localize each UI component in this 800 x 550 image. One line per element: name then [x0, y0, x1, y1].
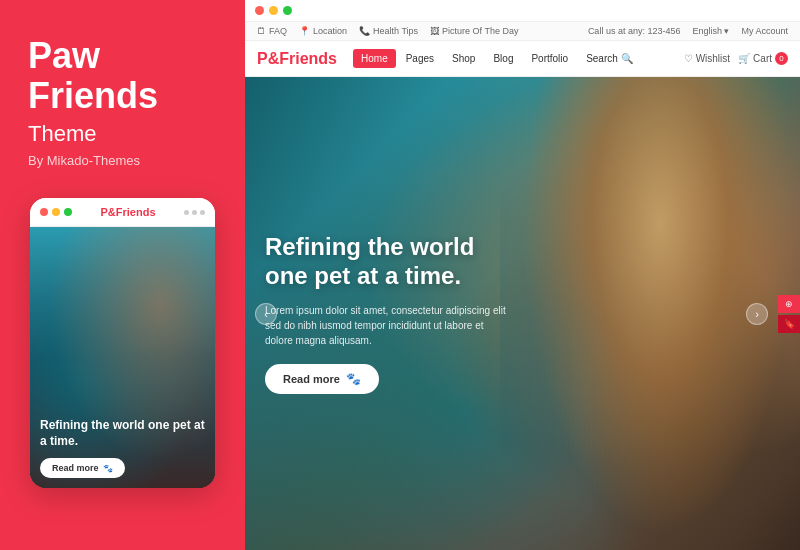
hero-side-buttons: ⊕ 🔖 — [778, 295, 800, 333]
utility-picture-of-day[interactable]: 🖼 Picture Of The Day — [430, 26, 518, 36]
utility-language[interactable]: English ▾ — [692, 26, 729, 36]
brand-subtitle: Theme — [28, 121, 217, 147]
picture-icon: 🖼 — [430, 26, 439, 36]
nav-cart[interactable]: 🛒 Cart 0 — [738, 52, 788, 65]
nav-item-shop[interactable]: Shop — [444, 49, 483, 68]
hero-arrow-left[interactable]: ‹ — [255, 303, 277, 325]
hero-heading-line2: one pet at a time. — [265, 262, 461, 289]
mobile-read-more-button[interactable]: Read more 🐾 — [40, 458, 125, 478]
mobile-traffic-lights — [40, 208, 72, 216]
brand-name-line1: Paw — [28, 35, 100, 76]
nav-wishlist[interactable]: ♡ Wishlist — [684, 53, 730, 64]
hero-read-more-button[interactable]: Read more 🐾 — [265, 364, 379, 394]
mobile-topbar: P&Friends — [30, 198, 215, 227]
hero-content: Refining the world one pet at a time. Lo… — [245, 203, 534, 424]
nav-item-pages[interactable]: Pages — [398, 49, 442, 68]
hero-arrow-right[interactable]: › — [746, 303, 768, 325]
faq-icon: 🗒 — [257, 26, 266, 36]
hero-side-btn-2[interactable]: 🔖 — [778, 315, 800, 333]
site-logo[interactable]: P&Friends — [257, 50, 337, 68]
site-utility-bar: 🗒 FAQ 📍 Location 📞 Health Tips 🖼 Picture… — [245, 22, 800, 41]
nav-item-portfolio[interactable]: Portfolio — [523, 49, 576, 68]
utility-right: Call us at any: 123-456 English ▾ My Acc… — [588, 26, 788, 36]
left-chevron-icon: ‹ — [264, 308, 268, 320]
hero-heading: Refining the world one pet at a time. — [265, 233, 514, 291]
mobile-dot-red — [40, 208, 48, 216]
mobile-mockup: P&Friends Refining the world one pet at … — [30, 198, 215, 488]
desktop-window: 🗒 FAQ 📍 Location 📞 Health Tips 🖼 Picture… — [245, 22, 800, 550]
mobile-menu-icon — [184, 210, 205, 215]
cart-badge: 0 — [775, 52, 788, 65]
hero-read-more-label: Read more — [283, 373, 340, 385]
right-chevron-icon: › — [755, 308, 759, 320]
location-icon: 📍 — [299, 26, 310, 36]
hero-paw-icon: 🐾 — [346, 372, 361, 386]
cart-icon: 🛒 — [738, 53, 750, 64]
nav-right-items: ♡ Wishlist 🛒 Cart 0 — [684, 52, 788, 65]
mobile-paw-icon: 🐾 — [103, 464, 113, 473]
side-btn-1-icon: ⊕ — [785, 299, 793, 309]
nav-item-home[interactable]: Home — [353, 49, 396, 68]
mobile-read-more-label: Read more — [52, 463, 99, 473]
brand-title: Paw Friends — [28, 36, 217, 115]
utility-left: 🗒 FAQ 📍 Location 📞 Health Tips 🖼 Picture… — [257, 26, 518, 36]
hero-side-btn-1[interactable]: ⊕ — [778, 295, 800, 313]
brand-by: By Mikado-Themes — [28, 153, 217, 168]
side-btn-2-icon: 🔖 — [784, 319, 795, 329]
brand-name-line2: Friends — [28, 75, 158, 116]
mobile-menu-dot-3 — [200, 210, 205, 215]
utility-faq[interactable]: 🗒 FAQ — [257, 26, 287, 36]
desktop-dot-red — [255, 6, 264, 15]
utility-phone-number: Call us at any: 123-456 — [588, 26, 681, 36]
hero-heading-line1: Refining the world — [265, 233, 474, 260]
desktop-dot-green — [283, 6, 292, 15]
heart-icon: ♡ — [684, 53, 693, 64]
hero-subtext: Lorem ipsum dolor sit amet, consectetur … — [265, 303, 514, 348]
mobile-dot-yellow — [52, 208, 60, 216]
right-panel: 🗒 FAQ 📍 Location 📞 Health Tips 🖼 Picture… — [245, 0, 800, 550]
site-hero: ‹ ⊕ 🔖 › Refining the world one pet at a — [245, 77, 800, 550]
utility-my-account[interactable]: My Account — [741, 26, 788, 36]
mobile-hero-section: Refining the world one pet at a time. Re… — [30, 227, 215, 488]
site-nav: P&Friends Home Pages Shop Blog Portfolio… — [245, 41, 800, 77]
nav-item-blog[interactable]: Blog — [485, 49, 521, 68]
mobile-logo: P&Friends — [100, 206, 155, 218]
left-panel: Paw Friends Theme By Mikado-Themes P&Fri… — [0, 0, 245, 550]
nav-item-search[interactable]: Search 🔍 — [578, 49, 640, 68]
desktop-topbar — [245, 0, 800, 22]
phone-icon: 📞 — [359, 26, 370, 36]
desktop-dot-yellow — [269, 6, 278, 15]
mobile-menu-dot-2 — [192, 210, 197, 215]
nav-items: Home Pages Shop Blog Portfolio Search 🔍 — [353, 49, 684, 68]
utility-health-tips[interactable]: 📞 Health Tips — [359, 26, 418, 36]
utility-location[interactable]: 📍 Location — [299, 26, 347, 36]
mobile-hero-heading: Refining the world one pet at a time. — [40, 418, 205, 449]
mobile-menu-dot-1 — [184, 210, 189, 215]
mobile-hero-text: Refining the world one pet at a time. Re… — [40, 418, 205, 478]
mobile-dot-green — [64, 208, 72, 216]
